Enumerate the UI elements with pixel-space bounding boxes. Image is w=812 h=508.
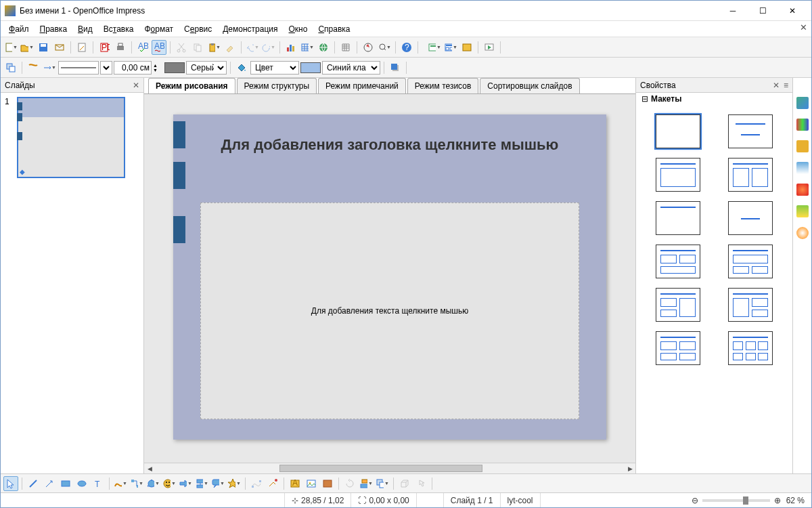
layout-left2-right1[interactable] — [656, 288, 700, 322]
basic-shapes-tool[interactable]: ▼ — [145, 476, 160, 491]
new-button[interactable]: ▼ — [3, 40, 18, 55]
layout-blank[interactable] — [656, 114, 700, 148]
line-dash-select[interactable] — [58, 61, 99, 75]
slide-layout-button[interactable]: ▼ — [443, 40, 458, 55]
menu-slideshow[interactable]: Демонстрация — [217, 23, 283, 35]
stars-tool[interactable]: ▼ — [227, 476, 242, 491]
tab-notes-view[interactable]: Режим примечаний — [318, 78, 406, 93]
gluepoints-tool[interactable] — [265, 476, 280, 491]
fill-type-select[interactable]: Цвет — [250, 61, 299, 75]
menu-file[interactable]: Файл — [3, 23, 35, 35]
master-pages-tab-icon[interactable] — [796, 119, 809, 131]
copy-button[interactable] — [190, 40, 205, 55]
tab-handout-view[interactable]: Режим тезисов — [407, 78, 479, 93]
area-fill-button[interactable] — [234, 60, 249, 75]
email-button[interactable] — [52, 40, 67, 55]
save-button[interactable] — [36, 40, 51, 55]
edit-points-tool[interactable] — [249, 476, 264, 491]
flowchart-tool[interactable]: ▼ — [194, 476, 209, 491]
line-dash-dropdown[interactable] — [100, 61, 112, 75]
slideshow-start-button[interactable] — [482, 40, 497, 55]
properties-panel-close-icon[interactable]: ✕ — [773, 81, 780, 90]
status-zoom[interactable]: 62 % — [786, 496, 805, 505]
zoom-slider[interactable] — [702, 499, 770, 502]
layout-2over1[interactable] — [656, 245, 700, 278]
from-file-tool[interactable] — [304, 476, 319, 491]
gallery-tab-icon[interactable] — [796, 205, 809, 217]
tab-drawing-view[interactable]: Режим рисования — [148, 78, 235, 93]
tab-sorter-view[interactable]: Сортировщик слайдов — [480, 78, 579, 93]
minimize-button[interactable]: ─ — [718, 1, 748, 20]
ellipse-tool[interactable] — [74, 476, 89, 491]
layout-4content[interactable] — [656, 331, 700, 365]
slide-thumbnail-1[interactable]: ◆ — [17, 97, 125, 178]
menu-insert[interactable]: Вставка — [98, 23, 139, 35]
open-button[interactable]: ▼ — [20, 40, 35, 55]
paste-button[interactable]: ▼ — [206, 40, 221, 55]
callout-tool[interactable]: ▼ — [210, 476, 225, 491]
slide-title-placeholder[interactable]: Для добавления заголовка щелкните мышью — [207, 136, 572, 154]
zoom-button[interactable]: ▼ — [377, 40, 392, 55]
scroll-right-icon[interactable]: ▶ — [625, 463, 635, 473]
format-paintbrush-button[interactable] — [223, 40, 238, 55]
styles-tab-icon[interactable] — [796, 184, 809, 196]
extrusion-tool[interactable] — [397, 476, 412, 491]
scroll-left-icon[interactable]: ◀ — [144, 463, 155, 473]
layout-title-only[interactable] — [656, 201, 700, 235]
properties-panel-menu-icon[interactable]: ≡ — [784, 81, 788, 90]
fontwork-tool[interactable]: A — [288, 476, 302, 491]
properties-tab-icon[interactable] — [796, 97, 809, 109]
arrow-style-button[interactable]: ▼ — [42, 60, 57, 75]
symbol-shapes-tool[interactable]: ▼ — [162, 476, 177, 491]
line-width-input[interactable] — [114, 61, 152, 75]
width-spin-up[interactable]: ▲ — [153, 63, 158, 68]
maximize-button[interactable]: ☐ — [748, 1, 777, 20]
close-button[interactable]: ✕ — [777, 1, 807, 20]
gallery-tool[interactable] — [320, 476, 335, 491]
edit-file-button[interactable] — [74, 40, 89, 55]
layout-1over2[interactable] — [728, 245, 773, 278]
horizontal-scrollbar[interactable]: ◀ ▶ — [144, 463, 635, 473]
zoom-in-icon[interactable]: ⊕ — [774, 496, 781, 505]
text-tool[interactable]: T — [91, 476, 106, 491]
rectangle-tool[interactable] — [58, 476, 73, 491]
slide-master-button[interactable] — [459, 40, 474, 55]
print-button[interactable] — [113, 40, 128, 55]
chart-button[interactable] — [284, 40, 298, 55]
layout-left1-right2[interactable] — [728, 288, 773, 322]
interaction-tool[interactable] — [413, 476, 428, 491]
scroll-thumb[interactable] — [279, 465, 482, 472]
align-tool[interactable]: ▼ — [359, 476, 374, 491]
line-tool[interactable] — [26, 476, 41, 491]
slides-panel-close-icon[interactable]: ✕ — [133, 81, 139, 90]
layout-title-2content[interactable] — [728, 158, 773, 192]
spellcheck-button[interactable]: ABC — [135, 40, 150, 55]
layout-title[interactable] — [728, 114, 773, 148]
collapse-icon[interactable]: ⊟ — [641, 94, 648, 104]
slide-design-button[interactable]: ▼ — [427, 40, 442, 55]
slide-canvas[interactable]: Для добавления заголовка щелкните мышью … — [173, 114, 606, 440]
curve-tool[interactable]: ▼ — [113, 476, 128, 491]
arrange-button[interactable] — [3, 60, 18, 75]
navigator-tab-icon[interactable] — [796, 227, 809, 239]
menu-help[interactable]: Справка — [313, 23, 355, 35]
help-button[interactable]: ? — [399, 40, 414, 55]
arrange-tool[interactable]: ▼ — [375, 476, 390, 491]
slide-body-placeholder[interactable]: Для добавления текста щелкните мышью — [200, 203, 579, 419]
undo-button[interactable]: ▼ — [245, 40, 260, 55]
redo-button[interactable]: ▼ — [261, 40, 276, 55]
layout-6content[interactable] — [728, 331, 773, 365]
tab-outline-view[interactable]: Режим структуры — [237, 78, 317, 93]
auto-spellcheck-button[interactable]: ABC — [152, 40, 166, 55]
menu-window[interactable]: Окно — [284, 23, 313, 35]
export-pdf-button[interactable]: PDF — [97, 40, 112, 55]
fill-color-select[interactable]: Синий кла — [322, 61, 380, 75]
close-document-icon[interactable]: ✕ — [800, 22, 807, 33]
line-color-select[interactable]: Серый — [186, 61, 227, 75]
zoom-out-icon[interactable]: ⊖ — [692, 496, 698, 505]
menu-tools[interactable]: Сервис — [179, 23, 217, 35]
cut-button[interactable] — [174, 40, 189, 55]
navigator-button[interactable] — [361, 40, 376, 55]
layout-centered[interactable] — [728, 201, 773, 235]
menu-view[interactable]: Вид — [72, 23, 98, 35]
